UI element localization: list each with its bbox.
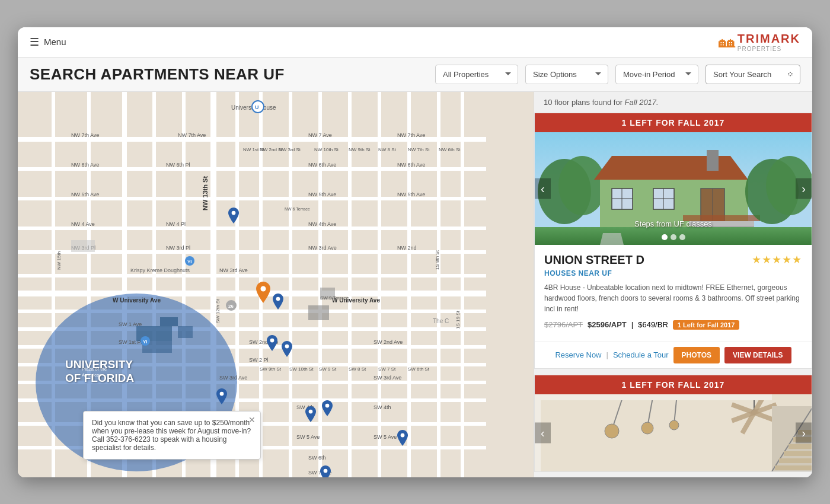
svg-text:SW 5 Ave: SW 5 Ave — [374, 434, 397, 440]
svg-point-115 — [325, 403, 330, 407]
map-pin-8[interactable] — [394, 430, 411, 451]
svg-rect-93 — [308, 305, 329, 320]
property-image-2 — [535, 394, 812, 471]
svg-text:SW 6th St: SW 6th St — [408, 366, 430, 372]
svg-rect-153 — [775, 465, 812, 470]
card-type-1: HOUSES NEAR UF — [544, 269, 802, 277]
price-per-1: $649/BR — [638, 320, 668, 329]
svg-text:SW 8 St: SW 8 St — [349, 366, 366, 372]
svg-text:Krispy Kreme Doughnuts: Krispy Kreme Doughnuts — [130, 267, 190, 273]
svg-text:YI: YI — [187, 259, 192, 264]
page-title: SEARCH APARTMENTS NEAR UF — [30, 65, 428, 84]
card-actions-1: Reserve Now | Schedule a Tour PHOTOS VIE… — [535, 342, 812, 368]
reserve-now-button[interactable]: Reserve Now — [555, 350, 601, 359]
svg-text:NW 4 Pl: NW 4 Pl — [166, 221, 186, 227]
logo-sub: PROPERTIES — [738, 46, 800, 52]
svg-text:NW 15th: NW 15th — [56, 251, 62, 269]
svg-text:SW 2 Pl: SW 2 Pl — [249, 357, 269, 363]
svg-text:NW 9th St: NW 9th St — [349, 147, 371, 152]
svg-rect-92 — [178, 326, 193, 338]
map-tooltip: ✕ Did you know that you can save up to $… — [83, 411, 261, 460]
svg-point-141 — [605, 424, 619, 438]
price-old-1: $2796/APT — [544, 320, 583, 329]
map-pin-9[interactable] — [317, 465, 334, 477]
svg-text:1S 8th St: 1S 8th St — [435, 250, 440, 270]
svg-text:NW 6th Ave: NW 6th Ave — [71, 162, 99, 168]
card-prev-button-2[interactable]: ‹ — [535, 422, 551, 443]
map-pin-3[interactable] — [264, 335, 280, 356]
card-prev-button-1[interactable]: ‹ — [535, 178, 551, 199]
svg-text:NW 3rd Pl: NW 3rd Pl — [166, 245, 190, 251]
property-card-1: 1 LEFT FOR FALL 2017 — [534, 113, 812, 369]
card-banner-2: 1 LEFT FOR FALL 2017 — [535, 375, 812, 394]
logo-name: TRIMARK — [738, 32, 800, 46]
svg-text:NW 2nd: NW 2nd — [397, 245, 417, 251]
svg-rect-160 — [535, 394, 772, 400]
svg-text:SW 9 St: SW 9 St — [319, 366, 337, 372]
map-pin-7[interactable] — [319, 400, 336, 422]
map-pin-6[interactable] — [302, 406, 319, 428]
svg-text:W University Ave: W University Ave — [113, 297, 161, 304]
svg-text:NW 8 St: NW 8 St — [378, 147, 397, 152]
svg-rect-131 — [707, 150, 719, 171]
map-pin-1[interactable] — [225, 208, 242, 229]
svg-text:U: U — [255, 104, 259, 110]
svg-point-113 — [220, 391, 224, 395]
card-stars-1: ★★★★★ — [752, 253, 802, 266]
svg-text:NW 6th Pl: NW 6th Pl — [166, 162, 190, 168]
photos-button-1[interactable]: PHOTOS — [673, 347, 720, 363]
menu-button[interactable]: ☰ Menu — [30, 36, 66, 49]
svg-point-116 — [401, 433, 405, 437]
svg-text:NW 4th Ave: NW 4th Ave — [308, 221, 336, 227]
card-next-button-2[interactable]: › — [796, 422, 812, 443]
card-dots-1 — [662, 234, 685, 240]
dot-2 — [671, 234, 676, 240]
svg-text:NW 5th Ave: NW 5th Ave — [308, 192, 336, 197]
logo: 🏘 TRIMARK PROPERTIES — [719, 32, 800, 52]
svg-text:SW 12th St: SW 12th St — [215, 298, 221, 323]
svg-marker-130 — [594, 156, 748, 180]
logo-icon: 🏘 — [719, 32, 735, 52]
map-pin-2[interactable] — [270, 294, 286, 315]
dot-1 — [662, 234, 668, 240]
map[interactable]: NW 7th Ave NW 7th Ave NW 7 Ave NW 7th Av… — [18, 92, 534, 477]
svg-point-120 — [558, 156, 606, 215]
svg-text:SW 4th: SW 4th — [374, 404, 391, 410]
svg-text:NW 7th Ave: NW 7th Ave — [397, 132, 425, 138]
svg-text:SW 6th: SW 6th — [308, 455, 326, 461]
card-banner-1: 1 LEFT FOR FALL 2017 — [535, 113, 812, 132]
tooltip-close-button[interactable]: ✕ — [248, 415, 256, 425]
map-pin-5[interactable] — [213, 388, 230, 410]
sort-select[interactable]: Sort Your Search Price: Low to High Pric… — [706, 65, 800, 84]
svg-text:NW 4 Ave: NW 4 Ave — [71, 221, 95, 227]
svg-point-110 — [276, 296, 280, 301]
card-next-button-1[interactable]: › — [796, 178, 812, 199]
tooltip-text: Did you know that you can save up to $25… — [92, 419, 252, 452]
dot-3 — [679, 234, 685, 240]
card-title-row-1: UNION STREET D ★★★★★ — [544, 253, 802, 267]
svg-point-143 — [641, 422, 653, 434]
schedule-tour-button[interactable]: Schedule a Tour — [613, 350, 669, 359]
move-in-period-filter[interactable]: Move-in Period Fall 2017 Spring 2018 Sum… — [615, 65, 698, 84]
card-image-caption-1: Steps from UF classes — [535, 219, 812, 228]
size-options-filter[interactable]: Size Options 1BR 2BR 3BR 4BR 5BR+ — [525, 65, 608, 84]
card-pricing-1: $2796/APT $2596/APT | $649/BR 1 Left for… — [544, 320, 802, 330]
svg-text:NW 3rd Ave: NW 3rd Ave — [219, 267, 248, 273]
svg-text:NW 3rd St: NW 3rd St — [279, 147, 301, 152]
all-properties-filter[interactable]: All Properties Houses Apartments Condos — [435, 65, 518, 84]
svg-rect-88 — [71, 240, 95, 252]
svg-point-117 — [324, 468, 328, 473]
svg-text:NW 6th St: NW 6th St — [439, 147, 461, 152]
card-name-1: UNION STREET D — [544, 253, 644, 267]
svg-text:YI: YI — [143, 339, 148, 344]
svg-text:SW 3rd Ave: SW 3rd Ave — [219, 375, 247, 381]
view-details-button-1[interactable]: VIEW DETAILS — [724, 347, 791, 363]
price-new-1: $2596/APT — [588, 320, 627, 329]
map-pin-4[interactable] — [279, 341, 295, 362]
svg-text:SW 3rd Ave: SW 3rd Ave — [374, 375, 401, 381]
main-content: NW 7th Ave NW 7th Ave NW 7 Ave NW 7th Av… — [18, 92, 812, 477]
svg-point-109 — [261, 286, 266, 291]
card-image-wrap-1: ‹ › Steps from UF classes — [535, 132, 812, 245]
svg-text:NW 7th Ave: NW 7th Ave — [178, 132, 206, 138]
property-card-2: 1 LEFT FOR FALL 2017 — [534, 375, 812, 472]
